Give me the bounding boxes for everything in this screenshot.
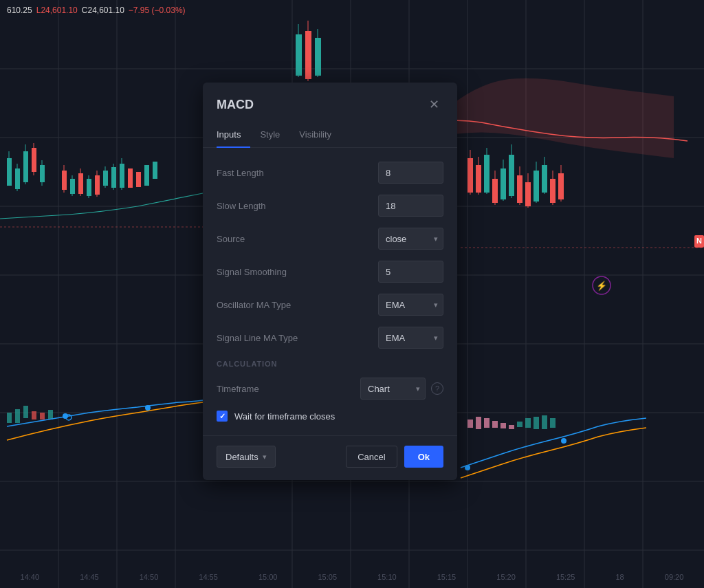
fast-length-input[interactable] bbox=[378, 162, 443, 184]
time-label: 14:55 bbox=[199, 573, 218, 581]
svg-rect-95 bbox=[542, 415, 547, 429]
close-button[interactable]: ✕ bbox=[424, 95, 443, 114]
svg-rect-91 bbox=[509, 425, 514, 429]
svg-rect-92 bbox=[517, 422, 522, 427]
price-change: −7.95 (−0.03%) bbox=[129, 6, 186, 15]
svg-text:N: N bbox=[696, 237, 702, 245]
wait-checkbox-row: Wait for timeframe closes bbox=[217, 411, 443, 422]
dialog-body: Fast Length Slow Length Source close ope… bbox=[203, 148, 457, 422]
time-label: 14:45 bbox=[80, 573, 99, 581]
price-open: 610.25 bbox=[7, 6, 32, 15]
svg-rect-93 bbox=[525, 418, 531, 428]
svg-rect-94 bbox=[534, 417, 539, 429]
dialog-header: MACD ✕ bbox=[203, 83, 457, 114]
time-label: 14:50 bbox=[140, 573, 159, 581]
time-label: 15:25 bbox=[556, 573, 575, 581]
svg-rect-41 bbox=[153, 162, 157, 179]
svg-text:⚡: ⚡ bbox=[596, 280, 608, 292]
oscillator-ma-select-wrapper: EMA SMA SMMA (RMA) WMA VWMA bbox=[378, 294, 443, 316]
cancel-button[interactable]: Cancel bbox=[346, 446, 397, 468]
svg-rect-90 bbox=[500, 423, 506, 428]
slow-length-label: Slow Length bbox=[217, 201, 378, 211]
time-label: 14:40 bbox=[21, 573, 40, 581]
calculation-section-label: CALCULATION bbox=[217, 360, 443, 368]
source-label: Source bbox=[217, 234, 378, 244]
svg-rect-40 bbox=[144, 165, 149, 186]
svg-rect-80 bbox=[7, 413, 12, 423]
timeframe-controls: Chart 1m 5m 15m 1H 4H 1D ? bbox=[360, 378, 443, 400]
price-low: L24,601.10 bbox=[36, 6, 78, 15]
signal-smoothing-row: Signal Smoothing bbox=[217, 261, 443, 283]
timeframe-label: Timeframe bbox=[217, 384, 360, 394]
ok-button[interactable]: Ok bbox=[404, 446, 443, 468]
fast-length-row: Fast Length bbox=[217, 162, 443, 184]
svg-rect-96 bbox=[550, 418, 556, 428]
svg-point-98 bbox=[145, 405, 151, 411]
defaults-label: Defaults bbox=[226, 452, 258, 462]
timeframe-select-wrapper: Chart 1m 5m 15m 1H 4H 1D bbox=[360, 378, 426, 400]
time-label: 18 bbox=[615, 573, 624, 581]
price-close: C24,601.10 bbox=[82, 6, 124, 15]
tab-inputs[interactable]: Inputs bbox=[217, 124, 250, 148]
time-label: 15:15 bbox=[437, 573, 456, 581]
svg-point-100 bbox=[465, 465, 470, 470]
time-label: 15:20 bbox=[496, 573, 516, 581]
signal-smoothing-label: Signal Smoothing bbox=[217, 267, 378, 277]
oscillator-ma-select[interactable]: EMA SMA SMMA (RMA) WMA VWMA bbox=[378, 294, 443, 316]
wait-label[interactable]: Wait for timeframe closes bbox=[234, 411, 335, 422]
signal-ma-select-wrapper: EMA SMA SMMA (RMA) WMA VWMA bbox=[378, 327, 443, 349]
signal-ma-row: Signal Line MA Type EMA SMA SMMA (RMA) W… bbox=[217, 327, 443, 349]
signal-smoothing-input[interactable] bbox=[378, 261, 443, 283]
svg-rect-82 bbox=[23, 406, 28, 418]
oscillator-ma-row: Oscillator MA Type EMA SMA SMMA (RMA) WM… bbox=[217, 294, 443, 316]
wait-checkbox[interactable] bbox=[217, 411, 228, 422]
tab-bar: Inputs Style Visibility bbox=[203, 124, 457, 148]
tab-visibility[interactable]: Visibility bbox=[289, 124, 341, 148]
defaults-button[interactable]: Defaults ▾ bbox=[217, 446, 276, 468]
slow-length-row: Slow Length bbox=[217, 195, 443, 217]
svg-rect-39 bbox=[136, 172, 141, 187]
source-select[interactable]: close open high low hl2 hlc3 ohlc4 bbox=[378, 228, 443, 250]
svg-rect-84 bbox=[40, 413, 45, 420]
svg-rect-88 bbox=[484, 418, 490, 428]
macd-dialog: MACD ✕ Inputs Style Visibility Fast Leng… bbox=[203, 83, 457, 480]
time-labels: 14:40 14:45 14:50 14:55 15:00 15:05 15:1… bbox=[0, 573, 704, 581]
svg-rect-83 bbox=[32, 411, 36, 420]
chevron-down-icon: ▾ bbox=[263, 453, 267, 461]
slow-length-input[interactable] bbox=[378, 195, 443, 217]
time-label: 09:20 bbox=[665, 573, 684, 581]
svg-rect-87 bbox=[476, 417, 481, 429]
dialog-title: MACD bbox=[217, 98, 254, 112]
svg-rect-89 bbox=[492, 421, 498, 428]
dialog-footer: Defaults ▾ Cancel Ok bbox=[203, 435, 457, 480]
svg-rect-85 bbox=[48, 410, 53, 420]
source-row: Source close open high low hl2 hlc3 ohlc… bbox=[217, 228, 443, 250]
time-label: 15:00 bbox=[258, 573, 278, 581]
timeframe-select[interactable]: Chart 1m 5m 15m 1H 4H 1D bbox=[360, 378, 426, 400]
timeframe-row: Timeframe Chart 1m 5m 15m 1H 4H 1D ? bbox=[217, 378, 443, 400]
time-label: 15:10 bbox=[377, 573, 397, 581]
svg-point-97 bbox=[63, 413, 68, 419]
tab-style[interactable]: Style bbox=[250, 124, 289, 148]
signal-ma-select[interactable]: EMA SMA SMMA (RMA) WMA VWMA bbox=[378, 327, 443, 349]
source-select-wrapper: close open high low hl2 hlc3 ohlc4 bbox=[378, 228, 443, 250]
footer-actions: Cancel Ok bbox=[346, 446, 443, 468]
svg-rect-81 bbox=[15, 409, 20, 423]
fast-length-label: Fast Length bbox=[217, 168, 378, 178]
svg-rect-38 bbox=[128, 168, 133, 188]
price-bar: 610.25 L24,601.10 C24,601.10 −7.95 (−0.0… bbox=[7, 6, 186, 15]
svg-point-101 bbox=[561, 438, 566, 444]
svg-rect-86 bbox=[468, 420, 473, 428]
time-label: 15:05 bbox=[318, 573, 338, 581]
signal-ma-label: Signal Line MA Type bbox=[217, 333, 378, 343]
oscillator-ma-label: Oscillator MA Type bbox=[217, 300, 378, 310]
help-icon[interactable]: ? bbox=[431, 382, 443, 395]
